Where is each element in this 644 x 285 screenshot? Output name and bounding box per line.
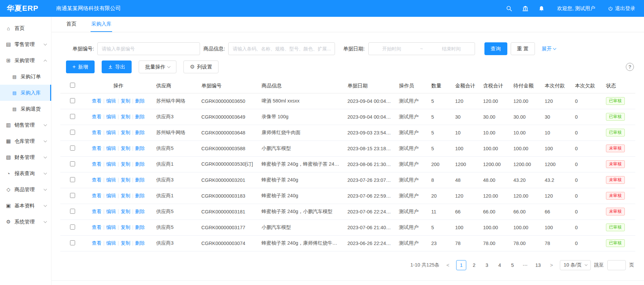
- date-range-picker[interactable]: ~: [368, 42, 475, 55]
- row-checkbox[interactable]: [70, 161, 75, 166]
- bill-no-input[interactable]: [97, 42, 200, 55]
- search-button[interactable]: 查询: [484, 42, 507, 55]
- help-icon[interactable]: ?: [626, 63, 634, 71]
- pagination-page-5[interactable]: 5: [507, 260, 517, 270]
- view-link[interactable]: 查看: [92, 240, 102, 246]
- platform-bank-icon[interactable]: [522, 5, 529, 12]
- edit-link[interactable]: 编辑: [106, 161, 116, 167]
- view-link[interactable]: 查看: [92, 130, 102, 135]
- chevron-right-icon[interactable]: >: [546, 260, 556, 270]
- copy-link[interactable]: 复制: [121, 114, 130, 119]
- product-info-input[interactable]: [228, 42, 335, 55]
- pagination-page-4[interactable]: 4: [495, 260, 505, 270]
- date-start-input[interactable]: [372, 46, 412, 51]
- sidebar-item-purchase-order[interactable]: ▤ 采购订单: [0, 69, 51, 85]
- sidebar-item-purchase-inbound[interactable]: ▤ 采购入库: [0, 85, 51, 101]
- sidebar-item-home[interactable]: ⌂ 首页: [0, 20, 51, 36]
- row-checkbox[interactable]: [70, 146, 75, 151]
- amount-total-cell: 78: [451, 235, 479, 251]
- sidebar-item-products[interactable]: ◇ 商品管理: [0, 181, 51, 198]
- view-link[interactable]: 查看: [92, 193, 102, 198]
- edit-link[interactable]: 编辑: [106, 209, 116, 214]
- sidebar-item-reports[interactable]: ◔ 报表查询: [0, 165, 51, 181]
- view-link[interactable]: 查看: [92, 146, 102, 151]
- jump-page-input[interactable]: [607, 260, 626, 270]
- delete-link[interactable]: 删除: [135, 225, 145, 230]
- row-checkbox[interactable]: [70, 209, 75, 214]
- pagination-page-3[interactable]: 3: [482, 260, 492, 270]
- paid-amount-cell: 30: [541, 109, 571, 125]
- row-checkbox[interactable]: [70, 130, 75, 135]
- logout-icon: [608, 6, 613, 11]
- batch-actions-button[interactable]: 批量操作: [139, 60, 176, 73]
- delete-link[interactable]: 删除: [135, 177, 145, 182]
- copy-link[interactable]: 复制: [121, 225, 130, 230]
- copy-link[interactable]: 复制: [121, 209, 130, 214]
- view-link[interactable]: 查看: [92, 225, 102, 230]
- tab-home[interactable]: 首页: [66, 17, 77, 32]
- date-end-input[interactable]: [432, 46, 471, 51]
- sidebar-item-purchase-return[interactable]: ▤ 采购退货: [0, 101, 51, 117]
- sidebar-item-retail[interactable]: ▤ 零售管理: [0, 36, 51, 52]
- edit-link[interactable]: 编辑: [106, 146, 116, 151]
- search-icon[interactable]: [506, 5, 513, 12]
- view-link[interactable]: 查看: [92, 98, 102, 104]
- sidebar-item-finance[interactable]: ▧ 财务管理: [0, 149, 51, 165]
- logout-button[interactable]: 退出登录: [608, 5, 635, 12]
- chevron-left-icon[interactable]: <: [443, 260, 453, 270]
- row-checkbox[interactable]: [70, 240, 75, 245]
- copy-link[interactable]: 复制: [121, 130, 130, 135]
- pagination-page-2[interactable]: 2: [469, 260, 479, 270]
- edit-link[interactable]: 编辑: [106, 225, 116, 230]
- edit-link[interactable]: 编辑: [106, 114, 116, 119]
- delete-link[interactable]: 删除: [135, 146, 145, 151]
- add-button[interactable]: + 新增: [66, 60, 95, 73]
- edit-link[interactable]: 编辑: [106, 130, 116, 135]
- page-size-select[interactable]: 10 条/页: [560, 260, 590, 270]
- bill-date-cell: 2023-09-04 00:04:15: [343, 109, 395, 125]
- export-button[interactable]: 导出: [102, 60, 132, 73]
- reset-button[interactable]: 重 置: [511, 42, 535, 55]
- edit-link[interactable]: 编辑: [106, 177, 116, 182]
- view-link[interactable]: 查看: [92, 114, 102, 119]
- delete-link[interactable]: 删除: [135, 209, 145, 214]
- copy-link[interactable]: 复制: [121, 146, 130, 151]
- sidebar-item-basic-data[interactable]: ▣ 基本资料: [0, 198, 51, 214]
- edit-link[interactable]: 编辑: [106, 98, 116, 104]
- view-link[interactable]: 查看: [92, 209, 102, 214]
- notification-bell-icon[interactable]: [538, 5, 545, 12]
- view-link[interactable]: 查看: [92, 161, 102, 167]
- sidebar-item-purchase[interactable]: ⊞ 采购管理: [0, 52, 51, 69]
- tax-total-cell: 100.00: [479, 219, 509, 235]
- row-checkbox[interactable]: [70, 98, 75, 103]
- column-settings-button[interactable]: ⚙ 列设置: [183, 60, 218, 73]
- copy-link[interactable]: 复制: [121, 161, 130, 167]
- tab-purchase-inbound[interactable]: 采购入库: [91, 17, 112, 32]
- delete-link[interactable]: 删除: [135, 193, 145, 198]
- copy-link[interactable]: 复制: [121, 240, 130, 246]
- copy-link[interactable]: 复制: [121, 193, 130, 198]
- sidebar-item-warehouse[interactable]: ▦ 仓库管理: [0, 133, 51, 149]
- expand-filters-link[interactable]: 展开: [542, 46, 556, 52]
- copy-link[interactable]: 复制: [121, 177, 130, 182]
- delete-link[interactable]: 删除: [135, 130, 145, 135]
- delete-link[interactable]: 删除: [135, 114, 145, 119]
- copy-link[interactable]: 复制: [121, 98, 130, 104]
- row-checkbox[interactable]: [70, 114, 75, 119]
- sidebar-item-sales[interactable]: ▥ 销售管理: [0, 117, 51, 133]
- delete-link[interactable]: 删除: [135, 240, 145, 246]
- delete-link[interactable]: 删除: [135, 161, 145, 167]
- row-checkbox[interactable]: [70, 225, 75, 230]
- edit-link[interactable]: 编辑: [106, 240, 116, 246]
- product-info-cell: 蜂蜜柚子茶 240g: [258, 188, 343, 204]
- table-row: 查看|编辑|复制|删除 供应商1 CGRK00000003530[订] 蜂蜜柚子…: [60, 156, 635, 172]
- row-checkbox[interactable]: [70, 193, 75, 198]
- view-link[interactable]: 查看: [92, 177, 102, 182]
- pagination-page-1[interactable]: 1: [456, 260, 466, 270]
- select-all-checkbox[interactable]: [70, 83, 75, 88]
- edit-link[interactable]: 编辑: [106, 193, 116, 198]
- pagination-page-13[interactable]: 13: [533, 260, 543, 270]
- row-checkbox[interactable]: [70, 177, 75, 182]
- sidebar-item-system[interactable]: ⚙ 系统管理: [0, 214, 51, 230]
- delete-link[interactable]: 删除: [135, 98, 145, 104]
